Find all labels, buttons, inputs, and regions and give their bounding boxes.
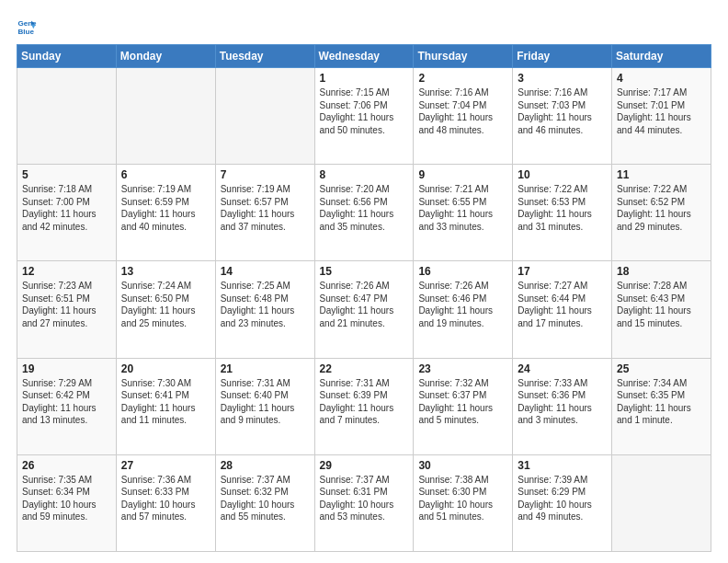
table-row: [116, 68, 215, 165]
day-number: 12: [22, 265, 111, 278]
day-number: 6: [121, 168, 210, 181]
table-row: 14Sunrise: 7:25 AM Sunset: 6:48 PM Dayli…: [215, 261, 314, 358]
cell-info: Sunrise: 7:23 AM Sunset: 6:51 PM Dayligh…: [22, 280, 111, 329]
table-row: 27Sunrise: 7:36 AM Sunset: 6:33 PM Dayli…: [116, 454, 215, 551]
table-row: 3Sunrise: 7:16 AM Sunset: 7:03 PM Daylig…: [513, 68, 612, 165]
day-number: 10: [518, 168, 607, 181]
table-row: 6Sunrise: 7:19 AM Sunset: 6:59 PM Daylig…: [116, 165, 215, 261]
day-number: 30: [418, 459, 507, 472]
table-row: 5Sunrise: 7:18 AM Sunset: 7:00 PM Daylig…: [17, 165, 117, 261]
cell-info: Sunrise: 7:20 AM Sunset: 6:56 PM Dayligh…: [320, 183, 409, 233]
cell-info: Sunrise: 7:31 AM Sunset: 6:40 PM Dayligh…: [221, 377, 310, 427]
cell-info: Sunrise: 7:36 AM Sunset: 6:33 PM Dayligh…: [121, 474, 210, 523]
table-row: 10Sunrise: 7:22 AM Sunset: 6:53 PM Dayli…: [513, 165, 612, 261]
day-number: 18: [617, 265, 706, 278]
table-row: 7Sunrise: 7:19 AM Sunset: 6:57 PM Daylig…: [215, 165, 314, 261]
col-monday: Monday: [116, 45, 215, 68]
day-number: 28: [221, 459, 310, 472]
day-number: 24: [518, 362, 607, 375]
cell-info: Sunrise: 7:19 AM Sunset: 6:57 PM Dayligh…: [221, 183, 310, 233]
cell-info: Sunrise: 7:24 AM Sunset: 6:50 PM Dayligh…: [121, 280, 210, 329]
cell-info: Sunrise: 7:39 AM Sunset: 6:29 PM Dayligh…: [518, 474, 607, 523]
day-number: 23: [418, 362, 507, 375]
table-row: 12Sunrise: 7:23 AM Sunset: 6:51 PM Dayli…: [17, 261, 117, 358]
logo-icon: General Blue: [17, 17, 37, 37]
day-number: 4: [617, 72, 706, 85]
day-number: 15: [320, 265, 409, 278]
col-thursday: Thursday: [414, 45, 513, 68]
cell-info: Sunrise: 7:21 AM Sunset: 6:55 PM Dayligh…: [418, 183, 507, 233]
table-row: 17Sunrise: 7:27 AM Sunset: 6:44 PM Dayli…: [513, 261, 612, 358]
day-number: 22: [320, 362, 409, 375]
cell-info: Sunrise: 7:32 AM Sunset: 6:37 PM Dayligh…: [418, 377, 507, 427]
table-row: 28Sunrise: 7:37 AM Sunset: 6:32 PM Dayli…: [215, 454, 314, 551]
table-row: 8Sunrise: 7:20 AM Sunset: 6:56 PM Daylig…: [314, 165, 414, 261]
table-row: 9Sunrise: 7:21 AM Sunset: 6:55 PM Daylig…: [414, 165, 513, 261]
day-number: 13: [121, 265, 210, 278]
table-row: 2Sunrise: 7:16 AM Sunset: 7:04 PM Daylig…: [414, 68, 513, 165]
table-row: 19Sunrise: 7:29 AM Sunset: 6:42 PM Dayli…: [17, 358, 117, 454]
day-number: 7: [221, 168, 310, 181]
cell-info: Sunrise: 7:19 AM Sunset: 6:59 PM Dayligh…: [121, 183, 210, 233]
cell-info: Sunrise: 7:25 AM Sunset: 6:48 PM Dayligh…: [221, 280, 310, 329]
cell-info: Sunrise: 7:30 AM Sunset: 6:41 PM Dayligh…: [121, 377, 210, 427]
day-number: 17: [518, 265, 607, 278]
table-row: 4Sunrise: 7:17 AM Sunset: 7:01 PM Daylig…: [612, 68, 711, 165]
cell-info: Sunrise: 7:29 AM Sunset: 6:42 PM Dayligh…: [22, 377, 111, 427]
day-number: 31: [518, 459, 607, 472]
cell-info: Sunrise: 7:17 AM Sunset: 7:01 PM Dayligh…: [617, 86, 706, 136]
day-number: 19: [22, 362, 111, 375]
cell-info: Sunrise: 7:38 AM Sunset: 6:30 PM Dayligh…: [418, 474, 507, 523]
day-number: 14: [221, 265, 310, 278]
table-row: 30Sunrise: 7:38 AM Sunset: 6:30 PM Dayli…: [414, 454, 513, 551]
table-row: [612, 454, 711, 551]
cell-info: Sunrise: 7:18 AM Sunset: 7:00 PM Dayligh…: [22, 183, 111, 233]
logo: General Blue: [17, 17, 40, 37]
cell-info: Sunrise: 7:34 AM Sunset: 6:35 PM Dayligh…: [617, 377, 706, 427]
cell-info: Sunrise: 7:22 AM Sunset: 6:53 PM Dayligh…: [518, 183, 607, 233]
table-row: 21Sunrise: 7:31 AM Sunset: 6:40 PM Dayli…: [215, 358, 314, 454]
svg-text:Blue: Blue: [17, 28, 34, 36]
cell-info: Sunrise: 7:37 AM Sunset: 6:31 PM Dayligh…: [320, 474, 409, 523]
table-row: 11Sunrise: 7:22 AM Sunset: 6:52 PM Dayli…: [612, 165, 711, 261]
day-number: 8: [320, 168, 409, 181]
table-row: 1Sunrise: 7:15 AM Sunset: 7:06 PM Daylig…: [314, 68, 414, 165]
day-number: 20: [121, 362, 210, 375]
table-row: 18Sunrise: 7:28 AM Sunset: 6:43 PM Dayli…: [612, 261, 711, 358]
day-number: 26: [22, 459, 111, 472]
cell-info: Sunrise: 7:16 AM Sunset: 7:03 PM Dayligh…: [518, 86, 607, 136]
cell-info: Sunrise: 7:31 AM Sunset: 6:39 PM Dayligh…: [320, 377, 409, 427]
cell-info: Sunrise: 7:26 AM Sunset: 6:46 PM Dayligh…: [418, 280, 507, 329]
day-number: 9: [418, 168, 507, 181]
table-row: [17, 68, 117, 165]
table-row: 24Sunrise: 7:33 AM Sunset: 6:36 PM Dayli…: [513, 358, 612, 454]
cell-info: Sunrise: 7:22 AM Sunset: 6:52 PM Dayligh…: [617, 183, 706, 233]
table-row: 25Sunrise: 7:34 AM Sunset: 6:35 PM Dayli…: [612, 358, 711, 454]
cell-info: Sunrise: 7:16 AM Sunset: 7:04 PM Dayligh…: [418, 86, 507, 136]
day-number: 1: [320, 72, 409, 85]
cell-info: Sunrise: 7:15 AM Sunset: 7:06 PM Dayligh…: [320, 86, 409, 136]
day-number: 11: [617, 168, 706, 181]
table-row: 22Sunrise: 7:31 AM Sunset: 6:39 PM Dayli…: [314, 358, 414, 454]
day-number: 5: [22, 168, 111, 181]
day-number: 3: [518, 72, 607, 85]
table-row: 29Sunrise: 7:37 AM Sunset: 6:31 PM Dayli…: [314, 454, 414, 551]
cell-info: Sunrise: 7:28 AM Sunset: 6:43 PM Dayligh…: [617, 280, 706, 329]
day-number: 27: [121, 459, 210, 472]
table-row: 31Sunrise: 7:39 AM Sunset: 6:29 PM Dayli…: [513, 454, 612, 551]
col-friday: Friday: [513, 45, 612, 68]
day-number: 29: [320, 459, 409, 472]
cell-info: Sunrise: 7:35 AM Sunset: 6:34 PM Dayligh…: [22, 474, 111, 523]
table-row: 15Sunrise: 7:26 AM Sunset: 6:47 PM Dayli…: [314, 261, 414, 358]
table-row: 20Sunrise: 7:30 AM Sunset: 6:41 PM Dayli…: [116, 358, 215, 454]
table-row: 23Sunrise: 7:32 AM Sunset: 6:37 PM Dayli…: [414, 358, 513, 454]
table-row: [215, 68, 314, 165]
cell-info: Sunrise: 7:26 AM Sunset: 6:47 PM Dayligh…: [320, 280, 409, 329]
cell-info: Sunrise: 7:33 AM Sunset: 6:36 PM Dayligh…: [518, 377, 607, 427]
col-tuesday: Tuesday: [215, 45, 314, 68]
col-saturday: Saturday: [612, 45, 711, 68]
table-row: 16Sunrise: 7:26 AM Sunset: 6:46 PM Dayli…: [414, 261, 513, 358]
day-number: 2: [418, 72, 507, 85]
cell-info: Sunrise: 7:27 AM Sunset: 6:44 PM Dayligh…: [518, 280, 607, 329]
cell-info: Sunrise: 7:37 AM Sunset: 6:32 PM Dayligh…: [221, 474, 310, 523]
